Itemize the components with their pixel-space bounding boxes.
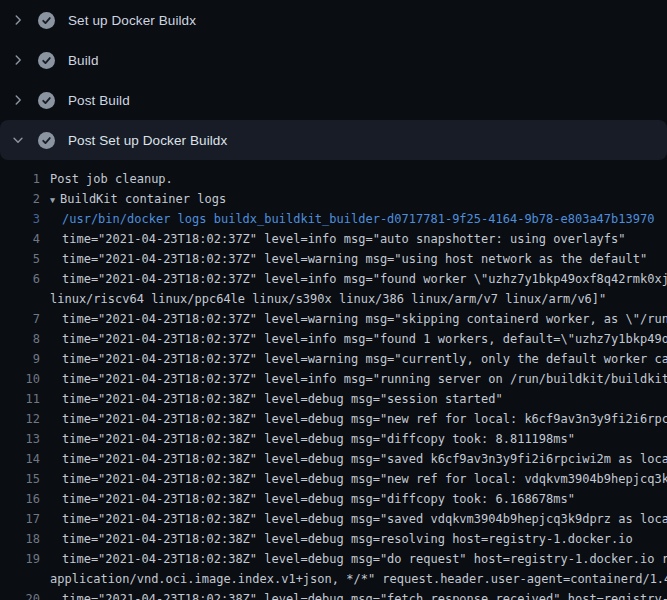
check-circle-icon	[38, 132, 55, 149]
log-line: 9 time="2021-04-23T18:02:37Z" level=warn…	[0, 349, 667, 369]
log-line-text: time="2021-04-23T18:02:37Z" level=info m…	[62, 269, 667, 289]
log-line: 7 time="2021-04-23T18:02:37Z" level=warn…	[0, 309, 667, 329]
log-line: 14 time="2021-04-23T18:02:38Z" level=deb…	[0, 449, 667, 469]
check-circle-icon	[38, 92, 55, 109]
log-line: 1 Post job cleanup.	[0, 169, 667, 189]
log-line: 16 time="2021-04-23T18:02:38Z" level=deb…	[0, 489, 667, 509]
log-line-number[interactable]: 6	[0, 269, 40, 289]
log-line: linux/riscv64 linux/ppc64le linux/s390x …	[0, 289, 667, 309]
step-label: Set up Docker Buildx	[68, 13, 196, 28]
log-line-number[interactable]: 8	[0, 329, 40, 349]
log-line-number[interactable]: 10	[0, 369, 40, 389]
log-line-text: time="2021-04-23T18:02:38Z" level=debug …	[62, 449, 667, 469]
log-line: 19 time="2021-04-23T18:02:38Z" level=deb…	[0, 549, 667, 569]
log-line-number[interactable]: 11	[0, 389, 40, 409]
step-label: Post Build	[68, 93, 130, 108]
log-line-text: time="2021-04-23T18:02:37Z" level=info m…	[62, 229, 626, 249]
log-line-text: time="2021-04-23T18:02:38Z" level=debug …	[62, 529, 633, 549]
log-line: 4 time="2021-04-23T18:02:37Z" level=info…	[0, 229, 667, 249]
log-line: 10 time="2021-04-23T18:02:37Z" level=inf…	[0, 369, 667, 389]
log-line-text: time="2021-04-23T18:02:38Z" level=debug …	[62, 489, 575, 509]
log-line-text: time="2021-04-23T18:02:37Z" level=info m…	[62, 329, 667, 349]
log-line: 11 time="2021-04-23T18:02:38Z" level=deb…	[0, 389, 667, 409]
log-line-number[interactable]: 16	[0, 489, 40, 509]
log-line: 5 time="2021-04-23T18:02:37Z" level=warn…	[0, 249, 667, 269]
step-header-build[interactable]: Build	[0, 40, 667, 80]
check-circle-icon	[38, 52, 55, 69]
log-group-title: BuildKit container logs	[60, 192, 226, 206]
log-line: 15 time="2021-04-23T18:02:38Z" level=deb…	[0, 469, 667, 489]
steps-list: Set up Docker Buildx Build Post Build Po…	[0, 0, 667, 160]
log-line-number[interactable]: 19	[0, 549, 40, 569]
log-line-text: time="2021-04-23T18:02:37Z" level=warnin…	[62, 349, 667, 369]
log-line: 18 time="2021-04-23T18:02:38Z" level=deb…	[0, 529, 667, 549]
log-line-number[interactable]: 4	[0, 229, 40, 249]
log-line-number[interactable]: 7	[0, 309, 40, 329]
log-line-number[interactable]: 13	[0, 429, 40, 449]
log-line-text: linux/riscv64 linux/ppc64le linux/s390x …	[50, 289, 606, 309]
log-line-number[interactable]: 12	[0, 409, 40, 429]
log-line-text: application/vnd.oci.image.index.v1+json,…	[50, 569, 667, 589]
log-line-number[interactable]: 9	[0, 349, 40, 369]
step-label: Build	[68, 53, 99, 68]
log-line-number[interactable]: 14	[0, 449, 40, 469]
step-label: Post Set up Docker Buildx	[68, 133, 227, 148]
actions-log-viewer: Set up Docker Buildx Build Post Build Po…	[0, 0, 667, 600]
log-line: 8 time="2021-04-23T18:02:37Z" level=info…	[0, 329, 667, 349]
chevron-right-icon	[11, 53, 25, 67]
log-line-text: time="2021-04-23T18:02:37Z" level=warnin…	[62, 309, 667, 329]
log-line-number[interactable]: 1	[0, 169, 40, 189]
log-line-number[interactable]: 17	[0, 509, 40, 529]
log-line: 17 time="2021-04-23T18:02:38Z" level=deb…	[0, 509, 667, 529]
log-line: 2 ▼BuildKit container logs	[0, 189, 667, 209]
log-line-text: time="2021-04-23T18:02:38Z" level=debug …	[62, 509, 667, 529]
log-line: 20 time="2021-04-23T18:02:38Z" level=deb…	[0, 589, 667, 600]
log-line-text: Post job cleanup.	[50, 169, 173, 189]
log-line-text: time="2021-04-23T18:02:38Z" level=debug …	[62, 549, 667, 569]
log-line-text: time="2021-04-23T18:02:38Z" level=debug …	[62, 589, 667, 600]
log-line-text: time="2021-04-23T18:02:37Z" level=info m…	[62, 369, 667, 389]
log-line: 12 time="2021-04-23T18:02:38Z" level=deb…	[0, 409, 667, 429]
log-line-number[interactable]: 2	[0, 189, 40, 209]
check-circle-icon	[38, 12, 55, 29]
log-line-text: time="2021-04-23T18:02:38Z" level=debug …	[62, 469, 667, 489]
log-line-text: time="2021-04-23T18:02:38Z" level=debug …	[62, 429, 575, 449]
chevron-right-icon	[11, 13, 25, 27]
log-line-text: ▼BuildKit container logs	[50, 189, 226, 209]
log-line-number[interactable]: 20	[0, 589, 40, 600]
step-header-post-set-up-docker-buildx[interactable]: Post Set up Docker Buildx	[0, 120, 667, 160]
log-line: 6 time="2021-04-23T18:02:37Z" level=info…	[0, 269, 667, 289]
log-line-number[interactable]: 3	[0, 209, 40, 229]
log-line-text: time="2021-04-23T18:02:37Z" level=warnin…	[62, 249, 647, 269]
log-line-text: time="2021-04-23T18:02:38Z" level=debug …	[62, 389, 503, 409]
log-command-text: /usr/bin/docker logs buildx_buildkit_bui…	[62, 209, 654, 229]
log-line: application/vnd.oci.image.index.v1+json,…	[0, 569, 667, 589]
log-line: 3 /usr/bin/docker logs buildx_buildkit_b…	[0, 209, 667, 229]
step-header-post-build[interactable]: Post Build	[0, 80, 667, 120]
chevron-right-icon	[11, 93, 25, 107]
step-header-set-up-docker-buildx[interactable]: Set up Docker Buildx	[0, 0, 667, 40]
log-line: 13 time="2021-04-23T18:02:38Z" level=deb…	[0, 429, 667, 449]
log-line-number[interactable]: 18	[0, 529, 40, 549]
log-line-text: time="2021-04-23T18:02:38Z" level=debug …	[62, 409, 667, 429]
collapse-triangle-icon[interactable]: ▼	[50, 190, 60, 210]
log-container: 1 Post job cleanup. 2 ▼BuildKit containe…	[0, 160, 667, 600]
log-line-number[interactable]: 5	[0, 249, 40, 269]
log-line-number[interactable]: 15	[0, 469, 40, 489]
chevron-down-icon	[11, 133, 25, 147]
